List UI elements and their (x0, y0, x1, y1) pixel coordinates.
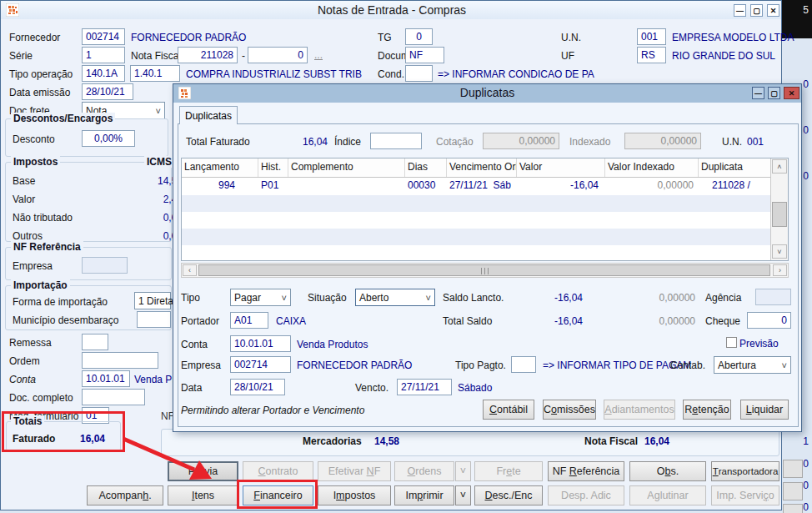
table-vscrollbar[interactable]: ˄ ˅ (770, 158, 788, 260)
uf-field[interactable]: RS (637, 47, 666, 63)
scroll-up-icon[interactable]: ˄ (772, 159, 787, 174)
maximize-icon[interactable]: ▢ (750, 4, 763, 17)
table-header-cell[interactable]: Lançamento (182, 158, 258, 177)
dialog-empresa-field[interactable]: 002714 (230, 356, 291, 373)
footer-nota-fiscal-value: 16,04 (644, 435, 669, 447)
uf-label: UF (561, 50, 574, 62)
cond-pag-field[interactable] (405, 65, 433, 82)
table-header-cell[interactable]: Complemento (288, 158, 405, 177)
conta-field[interactable]: 10.01.01 (82, 370, 130, 387)
tipo-operacao-cfop-field[interactable]: 1.40.1 (130, 65, 180, 82)
desc-enc-button[interactable]: Desc./Enc (474, 485, 543, 505)
doc-completo-field[interactable] (82, 389, 145, 405)
hscroll-thumb[interactable] (198, 264, 770, 276)
impostos-nao-tributado-label: Não tributado (13, 212, 73, 224)
nota-fiscal-seq-field[interactable]: 0 (248, 47, 308, 63)
saldo-lancto-value: -16,04 (533, 292, 583, 304)
tg-field[interactable]: 0 (405, 28, 433, 45)
table-header-cell[interactable]: Dias (405, 158, 447, 177)
contabil-button[interactable]: Contábil (483, 400, 534, 420)
dialog-maximize-icon[interactable]: ▢ (768, 87, 780, 99)
adiantamentos-button: Adiantamentos (604, 400, 675, 420)
table-header-cell[interactable]: Valor (517, 158, 605, 177)
close-icon[interactable]: ✕ (767, 4, 779, 17)
data-emissao-field[interactable]: 28/10/21 (82, 83, 133, 100)
table-header-cell[interactable]: Hist. (258, 158, 288, 177)
liquidar-button[interactable]: Liquidar (740, 400, 789, 420)
forma-importacao-select[interactable]: 1 Direta (134, 292, 171, 309)
table-header-cell[interactable]: Valor Indexado (605, 158, 699, 177)
agencia-label: Agência (705, 292, 741, 304)
dialog-data-field[interactable]: 28/10/21 (230, 379, 285, 395)
main-title-bar[interactable]: Notas de Entrada - Compras — ▢ ✕ (1, 1, 781, 19)
nf-ref-empresa-field (82, 257, 128, 274)
mercadorias-label: Mercadorias (303, 435, 362, 447)
dialog-title-bar[interactable]: Duplicatas — ▢ ✕ (173, 84, 801, 103)
itens-button[interactable]: Itens (168, 485, 238, 505)
tipo-operacao-field[interactable]: 140.1A (82, 65, 125, 82)
impostos-title: Impostos (11, 156, 60, 168)
ordem-field[interactable] (82, 352, 158, 369)
tipo-select[interactable]: Pagar˅ (230, 289, 291, 306)
scroll-right-icon[interactable]: › (773, 264, 787, 276)
cotacao-field: 0,00000 (483, 133, 559, 149)
desconto-field[interactable]: 0,00% (82, 130, 135, 147)
cell-lancamento: 994 (182, 177, 258, 195)
documento-field[interactable]: NF (405, 47, 444, 63)
transportadora-button[interactable]: Transportadora (711, 461, 779, 481)
previsao-checkbox[interactable] (726, 337, 737, 348)
impostos-button[interactable]: Impostos (318, 485, 391, 505)
dialog-conta-field[interactable]: 10.01.01 (230, 335, 291, 352)
comissoes-button[interactable]: Comissões (543, 400, 596, 420)
mercadorias-value: 14,58 (374, 435, 399, 447)
vencto-field[interactable]: 27/11/21 (397, 379, 452, 395)
municipio-desembaraco-field[interactable] (137, 311, 171, 328)
remessa-label: Remessa (9, 337, 52, 349)
situacao-label: Situação (308, 292, 347, 304)
table-row[interactable]: 994 P01 00030 27/11/21 Sáb -16,04 0,0000… (182, 177, 770, 195)
imprimir-dropdown-icon[interactable]: ˅ (455, 485, 471, 505)
indice-field[interactable] (370, 133, 422, 149)
scroll-down-icon[interactable]: ˅ (772, 244, 787, 259)
nf-referencia-button[interactable]: NF Referência (548, 461, 624, 481)
retencao-button[interactable]: Retenção (683, 400, 731, 420)
annotation-box-financeiro (237, 480, 318, 509)
municipio-desembaraco-label: Município desembaraço (13, 314, 118, 326)
imprimir-button[interactable]: Imprimir (394, 485, 454, 505)
previa-button[interactable]: Prévia (168, 461, 238, 481)
portador-field[interactable]: A01 (230, 312, 268, 329)
acompanh-button[interactable]: Acompanh. (87, 485, 163, 505)
remessa-field[interactable] (82, 334, 108, 350)
screen: 5 0 0 0 1 0 0 0 Notas de Entrada - Compr… (0, 0, 812, 513)
contab-select[interactable]: Abertura˅ (714, 356, 791, 374)
table-header-cell[interactable]: Vencimento Orig. (447, 158, 517, 177)
dialog-minimize-icon[interactable]: — (752, 87, 764, 99)
ordens-dropdown-icon: ˅ (455, 461, 471, 481)
ellipsis-button[interactable]: ... (314, 49, 323, 61)
fornecedor-field[interactable]: 002714 (82, 28, 125, 45)
scroll-left-icon[interactable]: ‹ (183, 264, 197, 276)
chevron-down-icon: ˅ (423, 293, 431, 303)
un-field[interactable]: 001 (637, 28, 666, 45)
table-header-cell[interactable]: Duplicata (699, 158, 770, 177)
table-hscrollbar[interactable]: ‹ › (181, 263, 789, 278)
tipo-pagto-label: Tipo Pagto. (455, 360, 506, 371)
minimize-icon[interactable]: — (734, 4, 746, 17)
tg-label: TG (378, 32, 392, 43)
tipo-pagto-field[interactable] (511, 356, 536, 373)
dialog-close-icon[interactable]: ✕ (784, 87, 799, 99)
cheque-field[interactable]: 0 (747, 312, 791, 329)
situacao-select[interactable]: Aberto˅ (355, 289, 435, 306)
vencto-label: Vencto. (355, 382, 388, 394)
tab-duplicatas[interactable]: Duplicatas (179, 106, 238, 124)
nota-fiscal-field[interactable]: 211028 (178, 47, 238, 63)
total-saldo-label: Total Saldo (443, 315, 492, 327)
cheque-label: Cheque (705, 315, 740, 327)
forma-importacao-label: Forma de importação (13, 296, 108, 308)
main-window-title: Notas de Entrada - Compras (1, 4, 783, 16)
serie-field[interactable]: 1 (82, 47, 125, 63)
indice-label: Índice (334, 136, 361, 148)
saldo-lancto-indexado: 0,00000 (645, 292, 695, 304)
vscroll-thumb[interactable] (772, 202, 787, 227)
obs-button[interactable]: Obs. (629, 461, 706, 481)
